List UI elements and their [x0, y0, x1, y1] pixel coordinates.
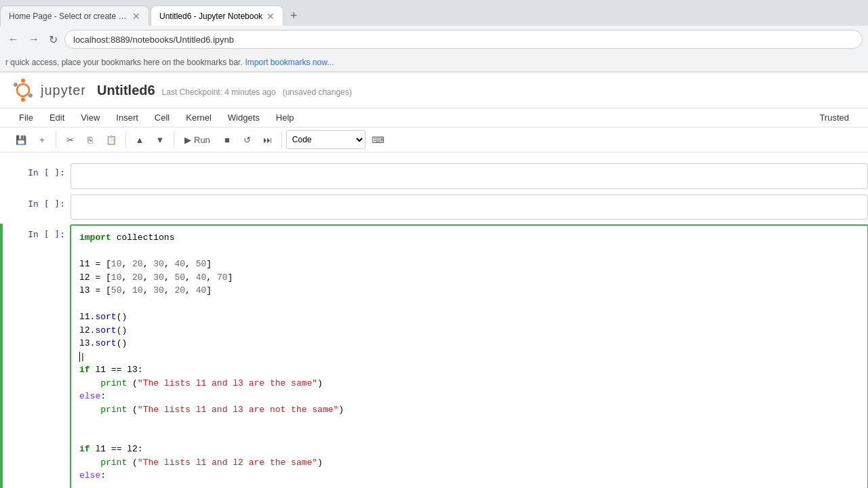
menu-kernel[interactable]: Kernel — [178, 110, 220, 125]
cell-3-code[interactable]: import collections l1 = [10, 20, 30, 40,… — [71, 226, 867, 488]
tab-home[interactable]: Home Page - Select or create a n... ✕ — [0, 5, 149, 26]
tab-home-title: Home Page - Select or create a n... — [9, 12, 128, 21]
cell-1-prompt: In [ ]: — [3, 163, 71, 178]
cell-2-content[interactable] — [71, 195, 868, 220]
jupyter-container: jupyter Untitled6 Last Checkpoint: 4 min… — [0, 73, 868, 488]
cell-2-code[interactable] — [71, 195, 867, 220]
bookmarks-bar: r quick access, place your bookmarks her… — [0, 53, 868, 72]
cell-2-prompt: In [ ]: — [3, 195, 71, 209]
menu-bar: File Edit View Insert Cell Kernel Widget… — [0, 108, 868, 127]
cell-3-content[interactable]: import collections l1 = [10, 20, 30, 40,… — [71, 225, 868, 488]
restart-button[interactable]: ↺ — [238, 130, 257, 149]
menu-trusted[interactable]: Trusted — [811, 110, 857, 125]
toolbar: 💾 + ✂ ⎘ 📋 ▲ ▼ ▶ Run ■ ↺ ⏭ Code Markdown … — [0, 127, 868, 152]
menu-widgets[interactable]: Widgets — [220, 110, 268, 125]
menu-insert[interactable]: Insert — [108, 110, 146, 125]
menu-help[interactable]: Help — [268, 110, 302, 125]
cell-1-code[interactable] — [71, 164, 867, 188]
tab-jupyter[interactable]: Untitled6 - Jupyter Notebook ✕ — [151, 5, 283, 26]
url-input[interactable] — [64, 30, 863, 49]
new-tab-button[interactable]: + — [285, 6, 303, 26]
tab-jupyter-title: Untitled6 - Jupyter Notebook — [159, 12, 262, 21]
cell-2: In [ ]: — [0, 193, 868, 222]
paste-button[interactable]: 📋 — [101, 130, 121, 149]
browser-chrome: Home Page - Select or create a n... ✕ Un… — [0, 0, 868, 73]
svg-point-2 — [14, 83, 18, 87]
stop-button[interactable]: ■ — [218, 130, 237, 149]
cell-1-content[interactable] — [71, 163, 868, 189]
notebook-title-area: Untitled6 Last Checkpoint: 4 minutes ago… — [97, 83, 352, 98]
toolbar-sep-3 — [174, 131, 174, 148]
cell-type-select[interactable]: Code Markdown Raw NBConvert Heading — [286, 130, 366, 149]
forward-button[interactable]: → — [26, 30, 42, 48]
move-up-button[interactable]: ▲ — [130, 130, 149, 149]
jupyter-logo-icon — [11, 78, 35, 102]
menu-view[interactable]: View — [73, 110, 108, 125]
jupyter-header: jupyter Untitled6 Last Checkpoint: 4 min… — [0, 73, 868, 108]
toolbar-sep-1 — [56, 131, 56, 148]
jupyter-logo: jupyter — [11, 78, 86, 102]
cut-button[interactable]: ✂ — [60, 130, 79, 149]
cell-1: In [ ]: — [0, 162, 868, 190]
cell-3-prompt: In [ ]: — [3, 225, 71, 239]
svg-point-4 — [17, 84, 29, 96]
add-cell-button[interactable]: + — [33, 130, 52, 149]
tab-bar: Home Page - Select or create a n... ✕ Un… — [0, 0, 868, 26]
fast-forward-button[interactable]: ⏭ — [258, 130, 277, 149]
notebook-title[interactable]: Untitled6 — [97, 83, 155, 98]
toolbar-sep-4 — [281, 131, 282, 148]
menu-edit[interactable]: Edit — [41, 110, 73, 125]
svg-point-1 — [21, 98, 25, 102]
jupyter-logo-text: jupyter — [41, 83, 86, 98]
run-button[interactable]: ▶ Run — [178, 130, 216, 149]
notebook-area: In [ ]: In [ ]: In [ ]: import collectio… — [0, 152, 868, 488]
move-down-button[interactable]: ▼ — [151, 130, 170, 149]
menu-cell[interactable]: Cell — [146, 110, 178, 125]
tab-jupyter-close[interactable]: ✕ — [267, 12, 275, 21]
svg-point-0 — [21, 79, 25, 83]
run-icon: ▶ — [184, 135, 191, 145]
back-button[interactable]: ← — [5, 30, 22, 48]
tab-home-close[interactable]: ✕ — [132, 12, 140, 21]
import-bookmarks-link[interactable]: Import bookmarks now... — [245, 58, 334, 67]
notebook-unsaved: (unsaved changes) — [283, 87, 352, 97]
reload-button[interactable]: ↻ — [46, 30, 60, 49]
toolbar-sep-2 — [125, 131, 126, 148]
keyboard-button[interactable]: ⌨ — [367, 130, 389, 149]
address-bar: ← → ↻ — [0, 26, 868, 53]
svg-point-3 — [28, 94, 33, 98]
bookmarks-text: r quick access, place your bookmarks her… — [5, 58, 243, 67]
copy-button[interactable]: ⎘ — [81, 130, 100, 149]
notebook-checkpoint: Last Checkpoint: 4 minutes ago — [162, 87, 276, 97]
menu-file[interactable]: File — [11, 110, 41, 125]
save-button[interactable]: 💾 — [11, 130, 31, 149]
run-label: Run — [194, 135, 210, 145]
cell-3: In [ ]: import collections l1 = [10, 20,… — [0, 224, 868, 488]
